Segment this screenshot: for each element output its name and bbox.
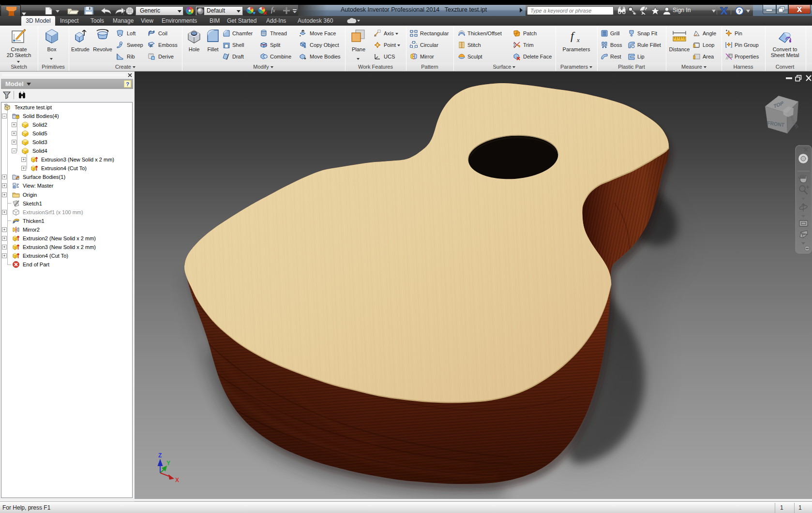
svg-text:X: X — [175, 477, 179, 484]
svg-text:Y: Y — [166, 460, 170, 467]
svg-text:E: E — [150, 44, 153, 48]
svg-text:?: ? — [738, 8, 741, 14]
svg-text:f: f — [571, 29, 575, 42]
svg-text:Z: Z — [158, 452, 162, 459]
svg-text:x: x — [576, 36, 580, 44]
